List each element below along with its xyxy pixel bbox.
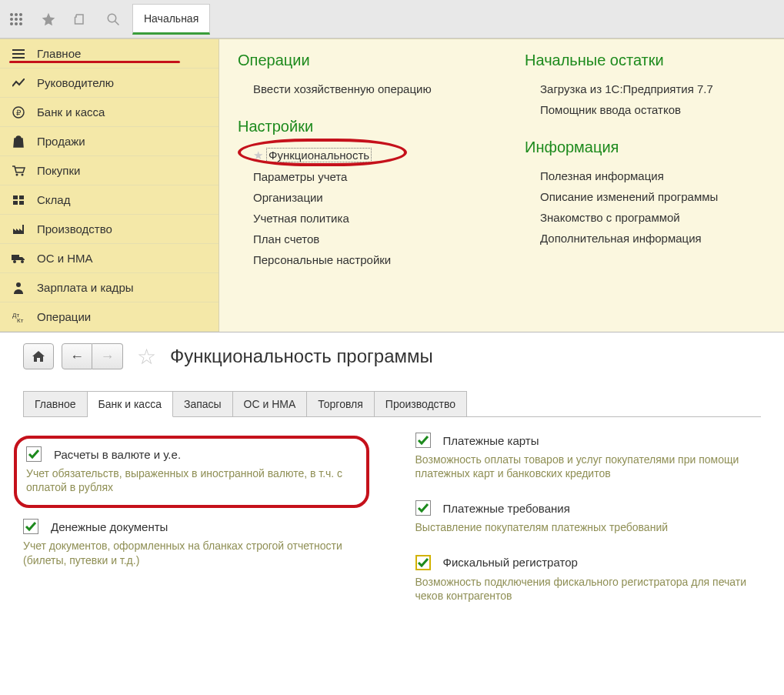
sidebar-item-label: Склад [37, 193, 70, 206]
checkbox-money-docs[interactable] [23, 519, 38, 534]
checkbox-payment-requests[interactable] [415, 500, 431, 516]
star-icon: ★ [253, 149, 263, 162]
section-heading: Начальные остатки [525, 52, 766, 69]
ruble-icon: ₽ [11, 106, 26, 119]
option-payment-requests: Платежные требования Выставление покупат… [415, 500, 762, 534]
option-label: Платежные карты [443, 434, 539, 447]
sidebar-item-buy[interactable]: Покупки [0, 156, 219, 185]
menu-item[interactable]: Описание изменений программы [540, 186, 766, 207]
sidebar-item-salary[interactable]: Зарплата и кадры [0, 273, 219, 302]
checkbox-payment-cards[interactable] [415, 433, 431, 448]
option-fiscal: Фискальный регистратор Возможность подкл… [415, 555, 762, 603]
sidebar-item-stock[interactable]: Склад [0, 185, 219, 215]
forward-button[interactable]: → [92, 343, 123, 369]
menu-section-initial: Начальные остатки Загрузка из 1С:Предпри… [525, 52, 766, 120]
sidebar-item-label: Операции [37, 310, 91, 323]
menu-item-functionality[interactable]: ★Функциональность [253, 145, 479, 166]
svg-point-7 [15, 22, 18, 25]
svg-point-20 [21, 260, 24, 263]
home-button[interactable] [23, 343, 54, 369]
sidebar-item-label: Руководителю [37, 76, 114, 89]
svg-point-2 [19, 13, 22, 16]
svg-point-6 [10, 22, 13, 25]
sidebar-item-assets[interactable]: ОС и НМА [0, 244, 219, 273]
sidebar-item-sales[interactable]: Продажи [0, 127, 219, 156]
tab-stocks[interactable]: Запасы [173, 391, 233, 417]
favorite-star-icon[interactable]: ☆ [137, 344, 156, 369]
svg-text:₽: ₽ [16, 109, 22, 117]
option-desc: Возможность оплаты товаров и услуг покуп… [415, 453, 762, 480]
sidebar-item-label: Главное [37, 47, 81, 60]
menu-section-operations: Операции Ввести хозяйственную операцию [238, 52, 479, 99]
section-heading: Настройки [238, 118, 479, 135]
option-money-docs: Денежные документы Учет документов, офор… [23, 519, 369, 566]
option-currency: Расчеты в валюте и у.е. Учет обязательст… [14, 436, 369, 508]
sidebar-item-production[interactable]: Производство [0, 215, 219, 244]
section-heading: Информация [525, 139, 766, 156]
sidebar-item-label: Покупки [37, 164, 80, 177]
svg-point-1 [15, 13, 18, 16]
upper-pane: Главное Руководителю ₽ Банк и касса Прод… [0, 38, 784, 332]
checkbox-fiscal[interactable] [415, 555, 431, 570]
section-heading: Операции [238, 52, 479, 69]
option-desc: Выставление покупателям платежных требов… [415, 520, 762, 534]
svg-point-21 [16, 282, 21, 287]
svg-point-4 [15, 18, 18, 21]
sidebar-item-bank[interactable]: ₽ Банк и касса [0, 98, 219, 127]
menu-item[interactable]: Параметры учета [253, 166, 479, 187]
tab-bank[interactable]: Банк и касса [88, 391, 173, 417]
checkbox-currency[interactable] [26, 446, 42, 462]
option-label: Платежные требования [443, 502, 570, 515]
boxes-icon [11, 195, 26, 205]
sidebar-item-operations[interactable]: ДтКт Операции [0, 302, 219, 332]
menu-icon [11, 49, 26, 58]
lower-header: ← → ☆ Функциональность программы [23, 343, 761, 369]
svg-point-3 [10, 18, 13, 21]
option-label: Денежные документы [51, 520, 168, 533]
menu-item[interactable]: Загрузка из 1С:Предприятия 7.7 [540, 79, 766, 99]
sidebar-item-label: Зарплата и кадры [37, 281, 134, 294]
menu-item[interactable]: План счетов [253, 229, 479, 249]
sidebar-item-main[interactable]: Главное [0, 39, 219, 68]
tabs: Главное Банк и касса Запасы ОС и НМА Тор… [23, 391, 761, 417]
top-toolbar: Начальная [0, 0, 784, 38]
ops-icon: ДтКт [11, 311, 26, 323]
menu-item[interactable]: Полезная информация [540, 165, 766, 186]
back-button[interactable]: ← [62, 343, 92, 369]
tab-home[interactable]: Начальная [132, 4, 210, 35]
search-icon[interactable] [97, 0, 129, 38]
svg-rect-15 [13, 195, 18, 199]
menu-item[interactable]: Организации [253, 187, 479, 208]
sidebar-item-manager[interactable]: Руководителю [0, 68, 219, 98]
option-payment-cards: Платежные карты Возможность оплаты товар… [415, 433, 762, 480]
tab-main[interactable]: Главное [23, 391, 88, 417]
menu-item[interactable]: Дополнительная информация [540, 228, 766, 249]
sidebar: Главное Руководителю ₽ Банк и касса Прод… [0, 39, 219, 332]
option-desc: Учет документов, оформленных на бланках … [23, 539, 369, 566]
bag-icon [11, 135, 26, 148]
star-icon[interactable] [32, 0, 65, 38]
person-icon [11, 282, 26, 294]
tab-trade[interactable]: Торговля [307, 391, 374, 417]
truck-icon [11, 253, 26, 264]
svg-point-8 [19, 22, 22, 25]
apps-grid-icon[interactable] [0, 0, 32, 38]
svg-rect-18 [19, 201, 24, 205]
menu-item[interactable]: Знакомство с программой [540, 207, 766, 228]
svg-point-19 [13, 260, 16, 263]
menu-section-info: Информация Полезная информация Описание … [525, 139, 766, 249]
tab-assets[interactable]: ОС и НМА [233, 391, 308, 417]
sidebar-item-label: Производство [37, 222, 112, 236]
option-label: Фискальный регистратор [443, 556, 578, 569]
svg-text:Кт: Кт [17, 317, 24, 323]
tab-production[interactable]: Производство [375, 391, 467, 417]
svg-point-13 [16, 173, 18, 175]
menu-item[interactable]: Персональные настройки [253, 249, 479, 270]
menu-item[interactable]: Ввести хозяйственную операцию [253, 79, 479, 99]
options-area: Расчеты в валюте и у.е. Учет обязательст… [23, 417, 761, 623]
menu-item[interactable]: Учетная политика [253, 208, 479, 229]
menu-item[interactable]: Помощник ввода остатков [540, 99, 766, 120]
option-label: Расчеты в валюте и у.е. [54, 448, 181, 461]
sidebar-item-label: Банк и касса [37, 105, 105, 119]
history-icon[interactable] [65, 0, 97, 38]
